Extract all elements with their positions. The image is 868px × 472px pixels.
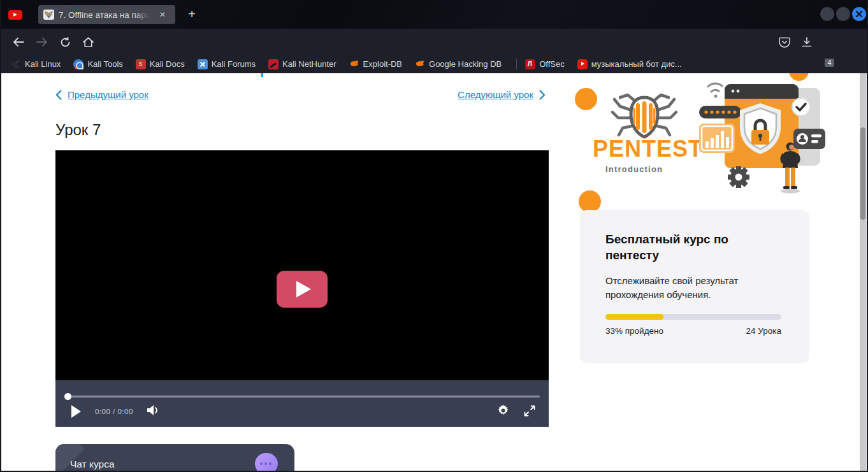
seek-bar[interactable] — [68, 396, 540, 397]
tab-close-icon[interactable]: ✕ — [157, 9, 168, 20]
back-button[interactable] — [10, 34, 27, 50]
google-hacking-db-icon — [415, 59, 425, 69]
window-minimize-button[interactable] — [820, 7, 834, 21]
reload-button[interactable] — [57, 34, 73, 50]
kali-nethunter-icon — [268, 59, 278, 69]
window-maximize-button[interactable] — [836, 7, 850, 21]
bookmark-kali-docs[interactable]: Kali Docs — [133, 58, 188, 71]
video-player: 0:00 / 0:00 — [55, 150, 549, 427]
page-content: Предыдущий урок Следующий урок Урок 7 0:… — [1, 73, 867, 471]
bookmark-kali-tools[interactable]: Kali Tools — [70, 58, 126, 71]
pentest-spider-logo — [609, 91, 680, 142]
bookmark-kali-linux[interactable]: Kali Linux — [8, 58, 64, 71]
next-lesson-link[interactable]: Следующий урок — [458, 89, 546, 100]
exploit-db-icon — [349, 59, 359, 69]
settings-gear-icon[interactable] — [497, 404, 509, 419]
course-chat-card[interactable]: Чат курса — [55, 444, 294, 471]
close-icon — [855, 10, 863, 18]
course-progress-card: Бесплатный курс по пентесту Отслеживайте… — [580, 210, 809, 363]
course-description: Отслеживайте свой результат прохождения … — [605, 274, 758, 302]
chevron-right-icon — [539, 90, 546, 100]
bookmark-offsec[interactable]: OffSec — [522, 58, 568, 71]
youtube-icon — [577, 59, 588, 69]
kali-dragon-icon — [11, 59, 21, 69]
home-button[interactable] — [80, 34, 96, 50]
volume-icon[interactable] — [147, 404, 159, 418]
pocket-icon[interactable] — [776, 34, 793, 50]
navigation-toolbar: https://codeby.school/training/view/urok… — [1, 29, 867, 55]
bookmark-kali-nethunter[interactable]: Kali NetHunter — [265, 58, 340, 71]
video-screen[interactable] — [55, 150, 549, 380]
video-controls-bar: 0:00 / 0:00 — [55, 380, 549, 427]
downloads-icon[interactable] — [799, 34, 815, 50]
scrollbar-thumb[interactable] — [860, 127, 865, 220]
kali-docs-icon — [136, 59, 146, 69]
cutoff-heading-remnant — [261, 73, 263, 77]
forward-button[interactable] — [34, 34, 50, 50]
course-title: Бесплатный курс по пентесту — [605, 231, 768, 263]
titlebar: 7. Offline атака на пароли ✕ + — [1, 0, 867, 29]
chat-title: Чат курса — [70, 459, 115, 470]
bookmark-google-hacking-db[interactable]: Google Hacking DB — [412, 58, 505, 71]
browser-window: 7. Offline атака на пароли ✕ + — [0, 0, 868, 472]
bookmarks-toolbar: Kali Linux Kali Tools Kali Docs Kali For… — [1, 55, 867, 73]
youtube-pinned-tab-icon[interactable] — [8, 10, 22, 20]
orange-blob-decoration — [579, 190, 601, 213]
kali-tools-icon — [73, 59, 83, 69]
kali-forums-icon — [198, 59, 208, 69]
play-button[interactable] — [71, 405, 81, 418]
offsec-icon — [525, 59, 535, 69]
seek-handle[interactable] — [64, 393, 71, 400]
lesson-heading: Урок 7 — [55, 121, 101, 139]
course-progress-bar — [605, 314, 781, 320]
bookmark-exploit-db[interactable]: Exploit-DB — [346, 58, 405, 71]
pentest-brand-subtitle: Introduction — [605, 164, 663, 174]
big-play-button[interactable] — [277, 271, 328, 308]
active-tab[interactable]: 7. Offline атака на пароли ✕ — [38, 5, 175, 24]
chat-bubble-icon[interactable] — [255, 453, 278, 471]
progress-percent-label: 33% пройдено — [605, 326, 663, 336]
orange-blob-decoration — [575, 88, 597, 110]
previous-lesson-link[interactable]: Предыдущий урок — [55, 89, 148, 100]
pentest-brand-text: PENTEST — [593, 136, 703, 162]
chevron-left-icon — [55, 90, 62, 100]
fullscreen-icon[interactable] — [524, 405, 535, 419]
lessons-count-label: 24 Урока — [746, 326, 781, 336]
window-close-button[interactable] — [852, 7, 866, 21]
extension-badge: 4 — [825, 59, 834, 67]
bookmark-music-bot[interactable]: музыкальный бот дис... — [574, 58, 685, 71]
course-progress-fill — [605, 314, 663, 320]
new-tab-button[interactable]: + — [184, 7, 199, 22]
time-display: 0:00 / 0:00 — [95, 408, 133, 415]
bookmarks-separator — [516, 59, 517, 69]
pentest-illustration — [699, 76, 827, 194]
codeby-owl-favicon — [43, 10, 54, 20]
bookmark-kali-forums[interactable]: Kali Forums — [194, 58, 259, 71]
